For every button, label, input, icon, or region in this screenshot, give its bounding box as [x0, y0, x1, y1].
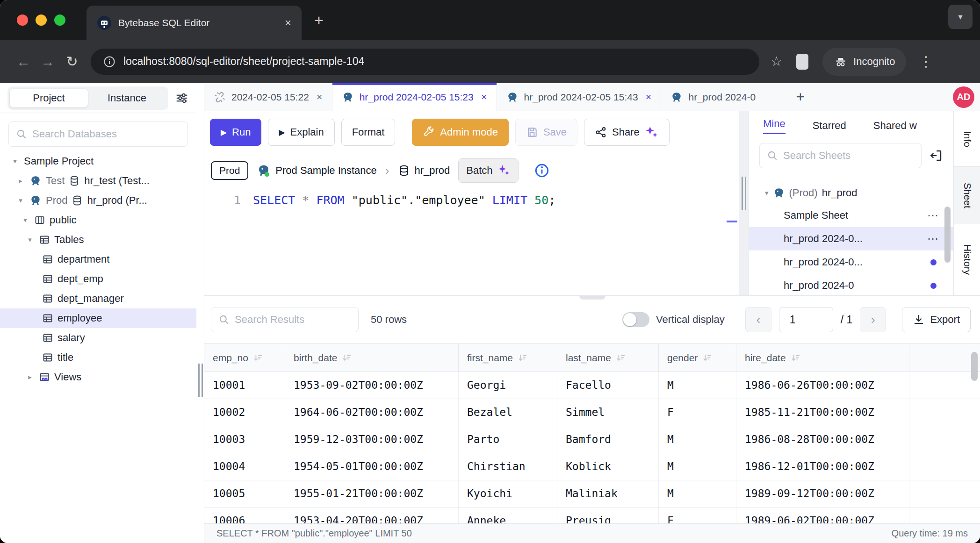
sort-icon[interactable] — [342, 353, 352, 363]
info-icon[interactable] — [534, 163, 549, 178]
vertical-display-toggle[interactable] — [622, 312, 649, 327]
sort-icon[interactable] — [518, 353, 528, 363]
sort-icon[interactable] — [702, 353, 713, 363]
editor-minimap[interactable] — [725, 215, 739, 293]
sheet-menu-icon[interactable]: ⋯ — [927, 209, 939, 222]
sidebar-resize-handle[interactable] — [196, 83, 204, 543]
database-search-box[interactable] — [8, 121, 188, 147]
export-button[interactable]: Export — [902, 307, 971, 332]
table-row[interactable]: 10005 1955-01-21T00:00:00Z Kyoichi Malin… — [204, 480, 980, 507]
tree-item-table-department[interactable]: department — [0, 250, 196, 269]
tab-starred[interactable]: Starred — [813, 120, 846, 132]
environment-badge[interactable]: Prod — [211, 161, 248, 180]
close-tab-icon[interactable]: × — [481, 91, 487, 103]
results-resize-handle[interactable]: ⋯ — [579, 295, 605, 300]
sort-icon[interactable] — [253, 353, 263, 363]
tree-item-table-title[interactable]: title — [0, 348, 196, 367]
sheet-item-sample-sheet[interactable]: Sample Sheet ⋯ — [749, 204, 953, 227]
table-row[interactable]: 10003 1959-12-03T00:00:00Z Parto Bamford… — [204, 426, 980, 453]
browser-tab[interactable]: Bytebase SQL Editor × — [86, 6, 302, 40]
filter-settings-icon[interactable] — [175, 91, 189, 105]
results-scrollbar[interactable] — [971, 352, 978, 381]
table-row[interactable]: 10002 1964-06-02T00:00:00Z Bezalel Simme… — [204, 399, 980, 426]
tree-item-table-employee[interactable]: employee — [0, 308, 196, 328]
save-button[interactable]: Save — [515, 119, 577, 146]
tree-item-table-salary[interactable]: salary — [0, 328, 196, 348]
tree-item-hr-prod[interactable]: ▾ Prod hr_prod (Pr... — [0, 191, 196, 210]
tab-project[interactable]: Project — [10, 89, 88, 107]
sheet-group-hr-prod[interactable]: ▾ (Prod) hr_prod — [749, 182, 953, 204]
add-sheet-tab-button[interactable]: + — [788, 83, 812, 111]
tree-item-tables-group[interactable]: ▾ Tables — [0, 230, 196, 250]
browser-tab-close-icon[interactable]: × — [285, 16, 291, 29]
tab-mine[interactable]: Mine — [763, 118, 785, 134]
next-page-button[interactable]: › — [860, 307, 886, 332]
sheet-search-box[interactable] — [759, 143, 922, 168]
batch-button[interactable]: Batch — [458, 158, 518, 183]
tree-item-project[interactable]: ▾ Sample Project — [0, 151, 196, 171]
column-header-hire-date[interactable]: hire_date — [736, 344, 909, 372]
editor-tab-1[interactable]: 2024-02-05 15:22 × — [204, 83, 332, 111]
search-databases-input[interactable] — [32, 128, 181, 140]
close-window-button[interactable] — [17, 14, 28, 26]
side-panel-icon[interactable] — [796, 54, 808, 70]
sheet-item-unsaved-2[interactable]: hr_prod 2024-0 — [749, 274, 953, 295]
address-bar[interactable]: localhost:8080/sql-editor/sheet/project-… — [91, 49, 759, 75]
column-header-last-name[interactable]: last_name — [557, 344, 659, 372]
table-row[interactable]: 10004 1954-05-01T00:00:00Z Chirstian Kob… — [204, 453, 980, 480]
tab-search-chevron-button[interactable]: ▾ — [948, 5, 973, 29]
collapse-panel-icon[interactable] — [929, 149, 943, 163]
back-icon[interactable]: ← — [11, 54, 36, 70]
rail-tab-history[interactable]: History — [954, 224, 980, 295]
tree-item-views-group[interactable]: ▸ Views — [0, 367, 196, 387]
close-tab-icon[interactable]: × — [317, 91, 323, 103]
user-avatar[interactable]: AD — [953, 86, 974, 108]
sheet-item-selected[interactable]: hr_prod 2024-0... ⋯ — [749, 227, 953, 250]
column-header-gender[interactable]: gender — [659, 344, 736, 372]
sheet-list-scrollbar[interactable] — [944, 207, 951, 263]
instance-crumb[interactable]: Prod Sample Instance — [257, 164, 376, 178]
sort-icon[interactable] — [616, 353, 626, 363]
close-tab-icon[interactable]: × — [646, 91, 652, 103]
sheet-item-unsaved[interactable]: hr_prod 2024-0... — [749, 250, 953, 274]
previous-page-button[interactable]: ‹ — [745, 307, 771, 332]
format-button[interactable]: Format — [341, 119, 396, 146]
rail-tab-sheet[interactable]: Sheet — [954, 167, 980, 224]
incognito-badge[interactable]: Incognito — [822, 48, 906, 76]
results-search-box[interactable] — [211, 307, 359, 332]
rail-tab-info[interactable]: Info — [954, 111, 980, 167]
page-number-input[interactable] — [779, 307, 833, 332]
table-row[interactable]: 10001 1953-09-02T00:00:00Z Georgi Facell… — [204, 372, 980, 399]
search-sheets-input[interactable] — [783, 150, 915, 162]
tree-item-schema-public[interactable]: ▾ public — [0, 210, 196, 230]
search-results-input[interactable] — [235, 314, 352, 326]
reload-icon[interactable]: ↻ — [60, 53, 84, 70]
new-browser-tab-button[interactable]: + — [314, 12, 324, 28]
admin-mode-button[interactable]: Admin mode — [412, 119, 509, 146]
run-button[interactable]: ▶ Run — [210, 119, 261, 146]
editor-tab-2-active[interactable]: hr_prod 2024-02-05 15:23 × — [332, 83, 497, 111]
column-header-emp-no[interactable]: emp_no — [204, 344, 285, 372]
database-crumb[interactable]: hr_prod — [398, 164, 450, 177]
table-row-clipped[interactable]: 10006 1953-04-20T00:00:00Z Anneke Preusi… — [204, 507, 980, 523]
explain-button[interactable]: ▶ Explain — [268, 119, 334, 146]
column-header-first-name[interactable]: first_name — [459, 344, 557, 372]
sort-icon[interactable] — [791, 353, 801, 363]
editor-tab-3[interactable]: hr_prod 2024-02-05 15:43 × — [497, 83, 662, 111]
tree-item-hr-test[interactable]: ▸ Test hr_test (Test... — [0, 171, 196, 191]
sheet-menu-icon[interactable]: ⋯ — [927, 232, 939, 245]
editor-tab-4[interactable]: hr_prod 2024-0 — [661, 83, 788, 111]
zoom-window-button[interactable] — [54, 14, 65, 26]
column-header-birth-date[interactable]: birth_date — [285, 344, 459, 372]
panel-resize-handle[interactable] — [739, 111, 749, 295]
tree-item-table-dept-emp[interactable]: dept_emp — [0, 269, 196, 289]
share-button[interactable]: Share — [584, 119, 670, 146]
bookmark-star-icon[interactable]: ☆ — [771, 54, 782, 69]
tree-item-table-dept-manager[interactable]: dept_manager — [0, 289, 196, 308]
tab-instance[interactable]: Instance — [88, 89, 166, 107]
forward-icon[interactable]: → — [36, 54, 60, 70]
site-info-icon[interactable] — [103, 55, 116, 68]
minimize-window-button[interactable] — [36, 14, 47, 26]
sql-code-editor[interactable]: 1 SELECT * FROM "public"."employee" LIMI… — [204, 188, 739, 295]
browser-menu-icon[interactable]: ⋮ — [917, 53, 934, 70]
